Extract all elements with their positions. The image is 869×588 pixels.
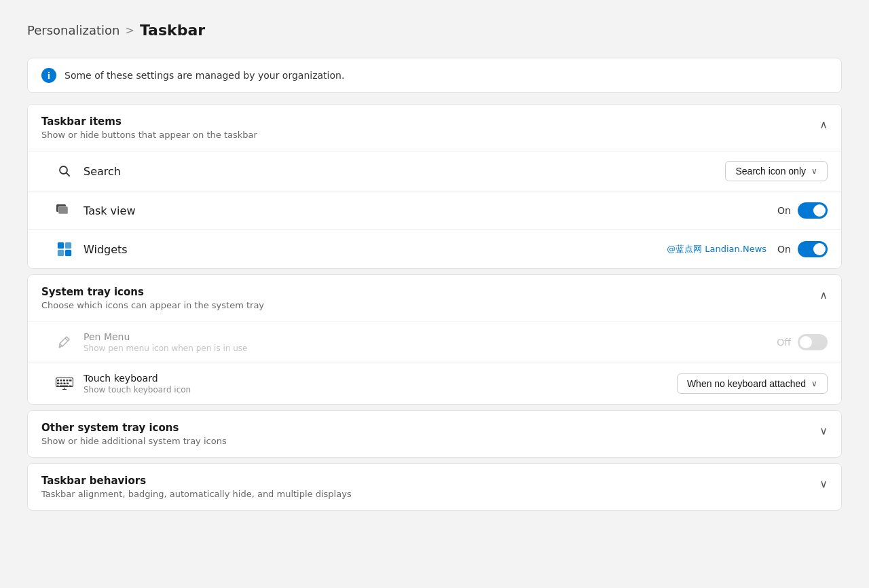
breadcrumb-separator: > [125,24,134,37]
taskview-toggle-label: On [777,205,791,216]
svg-rect-18 [67,383,69,385]
widgets-icon [55,240,74,259]
svg-rect-10 [57,380,59,382]
svg-rect-6 [58,250,64,256]
other-tray-title: Other system tray icons [41,422,227,434]
pen-menu-content: Pen Menu Show pen menu icon when pen is … [84,331,767,353]
taskbar-behaviors-title: Taskbar behaviors [41,475,352,487]
system-tray-subtitle: Choose which icons can appear in the sys… [41,300,264,310]
taskbar-behaviors-header[interactable]: Taskbar behaviors Taskbar alignment, bad… [28,464,841,510]
taskview-control: On [777,202,828,219]
search-label: Search [84,165,716,178]
touch-keyboard-control: When no keyboard attached ∨ [677,373,828,394]
svg-rect-11 [60,380,62,382]
other-tray-header[interactable]: Other system tray icons Show or hide add… [28,411,841,457]
widgets-row: Widgets @蓝点网 Landian.News On [28,229,841,268]
taskview-label: Task view [84,204,768,217]
other-tray-section: Other system tray icons Show or hide add… [27,410,842,458]
taskbar-items-title-group: Taskbar items Show or hide buttons that … [41,115,257,140]
svg-rect-15 [57,383,60,385]
breadcrumb-current: Taskbar [140,22,205,39]
svg-rect-17 [64,383,66,385]
svg-rect-19 [57,386,59,386]
system-tray-title-group: System tray icons Choose which icons can… [41,286,264,310]
svg-line-1 [67,173,69,176]
taskview-toggle-knob [813,204,826,217]
pen-menu-sublabel: Show pen menu icon when pen is in use [84,344,767,353]
touch-keyboard-content: Touch keyboard Show touch keyboard icon [84,373,667,394]
pen-menu-icon [55,333,74,352]
svg-rect-14 [69,380,72,382]
taskbar-items-header[interactable]: Taskbar items Show or hide buttons that … [28,105,841,151]
svg-rect-13 [67,380,69,382]
system-tray-header[interactable]: System tray icons Choose which icons can… [28,275,841,321]
pen-menu-control: Off [777,334,828,350]
info-icon: i [41,68,56,83]
taskbar-behaviors-title-group: Taskbar behaviors Taskbar alignment, bad… [41,475,352,499]
svg-rect-4 [58,242,64,249]
touch-keyboard-sublabel: Show touch keyboard icon [84,385,667,394]
svg-rect-3 [58,206,68,214]
svg-rect-20 [60,386,68,386]
pen-menu-label: Pen Menu [84,331,767,342]
taskbar-items-title: Taskbar items [41,115,257,128]
widgets-toggle-knob [813,243,826,255]
other-tray-subtitle: Show or hide additional system tray icon… [41,436,227,446]
svg-rect-7 [65,250,71,256]
search-dropdown-value: Search icon only [735,166,806,177]
search-dropdown[interactable]: Search icon only ∨ [725,161,828,181]
pen-menu-toggle-label: Off [777,337,791,348]
info-banner-text: Some of these settings are managed by yo… [64,70,344,81]
taskview-icon [55,201,74,220]
breadcrumb-parent[interactable]: Personalization [27,23,119,37]
system-tray-section: System tray icons Choose which icons can… [27,274,842,405]
svg-rect-16 [60,383,62,385]
taskbar-behaviors-subtitle: Taskbar alignment, badging, automaticall… [41,489,352,499]
taskbar-items-chevron-up-icon [819,118,828,131]
touch-keyboard-row: Touch keyboard Show touch keyboard icon … [28,363,841,404]
search-dropdown-arrow-icon: ∨ [811,166,817,176]
touch-keyboard-dropdown-arrow-icon: ∨ [811,379,817,388]
breadcrumb: Personalization > Taskbar [27,22,842,39]
taskview-toggle[interactable] [798,202,828,219]
pen-menu-row: Pen Menu Show pen menu icon when pen is … [28,321,841,363]
other-tray-title-group: Other system tray icons Show or hide add… [41,422,227,446]
info-banner: i Some of these settings are managed by … [27,58,842,93]
taskbar-items-subtitle: Show or hide buttons that appear on the … [41,130,257,140]
svg-rect-21 [69,386,72,386]
taskbar-items-section: Taskbar items Show or hide buttons that … [27,104,842,269]
touch-keyboard-dropdown[interactable]: When no keyboard attached ∨ [677,373,828,394]
taskbar-behaviors-chevron-down-icon [819,477,828,490]
watermark-text: @蓝点网 Landian.News [667,243,766,255]
svg-point-8 [59,346,61,348]
taskbar-behaviors-section: Taskbar behaviors Taskbar alignment, bad… [27,463,842,511]
touch-keyboard-label: Touch keyboard [84,373,667,384]
widgets-label: Widgets [84,243,657,256]
widgets-toggle[interactable] [798,241,828,257]
touch-keyboard-icon [55,374,74,393]
search-control: Search icon only ∨ [725,161,828,181]
system-tray-title: System tray icons [41,286,264,298]
search-row: Search Search icon only ∨ [28,151,841,191]
taskview-row: Task view On [28,191,841,229]
svg-rect-5 [65,242,71,249]
pen-menu-toggle [798,334,828,350]
svg-rect-12 [63,380,65,382]
widgets-control: @蓝点网 Landian.News On [667,241,828,257]
system-tray-chevron-up-icon [819,289,828,301]
search-icon [55,162,74,181]
widgets-toggle-label: On [777,244,791,255]
other-tray-chevron-down-icon [819,424,828,437]
pen-menu-toggle-knob [800,336,812,348]
touch-keyboard-dropdown-value: When no keyboard attached [687,378,806,389]
